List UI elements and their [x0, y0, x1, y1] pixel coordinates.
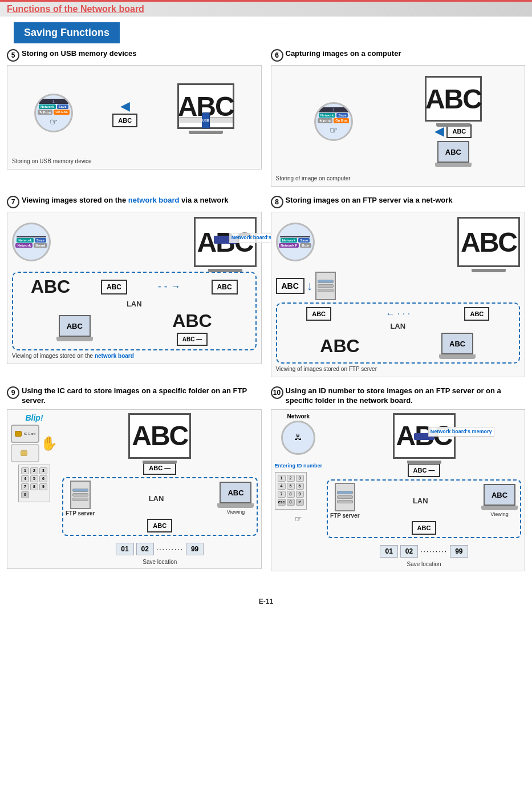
sec8-ftp-col — [315, 272, 336, 300]
sec7-btn-save: Save — [35, 238, 46, 243]
sec10-key-8[interactable]: 8 — [287, 491, 295, 498]
sec9-save-label: Save location — [143, 559, 177, 565]
section-title-box: Saving Functions — [7, 17, 525, 49]
row-2: 7 Viewing images stored on the network b… — [7, 196, 525, 377]
sec10-network-label: Network — [287, 413, 310, 419]
sec9-main-col: ABC ABC — — [62, 413, 258, 565]
sec10-lan-inner: FTP server LAN ABC — [330, 483, 518, 519]
sec7-ui-panel: Network Save Network Board — [12, 223, 51, 261]
sec5-screen: 1 — [39, 99, 68, 104]
sec5-arrow-icon: ◀ — [120, 99, 130, 114]
sec7-abc-bot-small: ABC — — [177, 333, 208, 346]
sec7-lan-label: LAN — [17, 300, 252, 308]
sec10-key-esc[interactable]: esc — [278, 499, 286, 506]
sec8-ui-panel: Network Save Network F Boar — [276, 223, 315, 261]
section-6-diag-inner: 1 Network Save ✎ Print On Boa ☞ — [276, 70, 521, 173]
sec7-caption-plain: Viewing of images stored on the — [12, 353, 95, 359]
sec10-wb-container: ABC Network board's memory — [393, 413, 456, 459]
sec10-key-1[interactable]: 1 — [278, 475, 286, 482]
section-10-diagram: Network 🖧 Entering ID number — [271, 409, 526, 571]
sec7-row1: Network Save — [15, 238, 48, 243]
sec10-disk1 — [337, 491, 353, 494]
sec7-head-tail: via a network — [179, 196, 228, 204]
sec6-laptop-base — [435, 163, 472, 167]
sec7-caption-blue: network board — [95, 353, 134, 359]
sec10-lan-bottom: ABC — [330, 521, 518, 535]
sec9-disk2 — [72, 493, 88, 497]
sec9-key-9[interactable]: 9 — [39, 483, 47, 490]
sec10-id-entry: Entering ID number 1 2 3 4 5 6 — [275, 459, 323, 510]
sec6-abc-big: ABC — [425, 83, 481, 115]
sec9-loc-99: 99 — [186, 543, 204, 555]
main-content: Saving Functions 5 Storing on USB memory… — [0, 17, 532, 592]
sec7-dot-arrow: - - → — [158, 281, 181, 293]
section-5-heading: Storing on USB memory devices — [22, 49, 137, 59]
section-6-caption: Storing of image on computer — [276, 175, 521, 181]
sec8-lan-area: ABC ← · · · ABC LAN ABC ABC — [276, 302, 521, 364]
sec5-row1: Network Save — [37, 104, 70, 109]
sec10-disk3 — [337, 500, 353, 503]
sec10-network-icon: 🖧 — [294, 433, 302, 442]
sec9-key-2[interactable]: 2 — [30, 467, 38, 474]
sec10-key-5[interactable]: 5 — [287, 483, 295, 490]
sec7-lan-bottom: ABC ABC ABC — — [17, 310, 252, 346]
sec10-key-4[interactable]: 4 — [278, 483, 286, 490]
section-5: 5 Storing on USB memory devices 1 Networ… — [7, 49, 262, 187]
sec10-key-enter[interactable]: ↵ — [296, 499, 304, 506]
sec9-key-6[interactable]: 6 — [39, 475, 47, 482]
sec9-loc-01: 01 — [116, 543, 133, 555]
sec10-laptop-col: ABC Viewing — [481, 484, 518, 517]
section-8-diagram: Network Save Network F Boar ABC ABC — [271, 212, 526, 377]
sec7-head-blue: network board — [128, 196, 180, 204]
sec5-btn-print: ✎ Print — [38, 110, 52, 115]
section-9-heading-row: 9 Using the IC card to store images on a… — [7, 386, 262, 406]
sec9-key-8[interactable]: 8 — [30, 483, 38, 490]
sec9-ftp-label: FTP server — [66, 510, 95, 517]
sec9-key-3[interactable]: 3 — [39, 467, 47, 474]
section-9: 9 Using the IC card to store images on a… — [7, 386, 262, 571]
sec7-laptop-screen: ABC — [59, 315, 91, 337]
sec9-key-7[interactable]: 7 — [21, 483, 29, 490]
section-7-caption: Viewing of images stored on the network … — [12, 353, 257, 359]
sec8-btn-netboard: Network F — [279, 243, 299, 248]
sec10-laptop-screen: ABC — [484, 484, 515, 506]
sec10-key-3[interactable]: 3 — [296, 475, 304, 482]
sec6-whiteboard: ABC — [425, 76, 482, 122]
sec9-key-row1: 1 2 3 — [21, 467, 47, 474]
sec9-key-5[interactable]: 5 — [30, 475, 38, 482]
sec5-ui-col: 1 Network Save ✎ Print On Boa ☞ — [34, 94, 73, 132]
sec7-wb-container: ABC Network board's memory — [194, 217, 257, 267]
sec9-hand-symbol: ✋ — [40, 435, 58, 451]
section-7: 7 Viewing images stored on the network b… — [7, 196, 262, 377]
sec9-key-1[interactable]: 1 — [21, 467, 29, 474]
sec9-viewing-label: Viewing — [227, 509, 245, 515]
sec8-abc-lan1: ABC — [306, 307, 331, 321]
sec10-key-0[interactable]: 0 — [287, 499, 295, 506]
sec10-row1: 🖧 — [284, 433, 312, 442]
section-9-heading: Using the IC card to store images on a s… — [22, 386, 262, 406]
sec10-key-9[interactable]: 9 — [296, 491, 304, 498]
sec8-mid-row: ABC ↓ — [276, 272, 521, 300]
sec10-laptop-abc: ABC — [492, 491, 507, 499]
sec7-row2: Network Board — [15, 243, 48, 248]
sec5-abc-small: ABC — [112, 114, 137, 127]
sec10-left-col: Network 🖧 Entering ID number — [275, 413, 323, 523]
sec10-key-2[interactable]: 2 — [287, 475, 295, 482]
sec9-key-4[interactable]: 4 — [21, 475, 29, 482]
sec10-key-row1: 1 2 3 — [278, 475, 304, 482]
sec9-key-0[interactable]: 0 — [21, 491, 29, 498]
sec10-server — [335, 483, 355, 511]
sec10-key-6[interactable]: 6 — [296, 483, 304, 490]
section-title: Saving Functions — [14, 22, 120, 43]
sec10-key-7[interactable]: 7 — [278, 491, 286, 498]
sec7-lan-inner: ABC ABC - - → ABC — [17, 276, 252, 297]
section-8: 8 Storing images on an FTP server via a … — [271, 196, 526, 377]
sec5-arrow: ◀ ABC — [112, 99, 137, 127]
sec5-wb-tray: USB — [179, 117, 233, 123]
sec8-whiteboard: ABC — [457, 217, 520, 267]
section-5-caption: Storing on USB memory device — [12, 158, 257, 164]
sec8-laptop-base — [439, 354, 476, 359]
page-footer: E-11 — [0, 592, 532, 611]
section-6: 6 Capturing images on a computer 1 Netwo… — [271, 49, 526, 187]
sec9-key-row2: 4 5 6 — [21, 475, 47, 482]
